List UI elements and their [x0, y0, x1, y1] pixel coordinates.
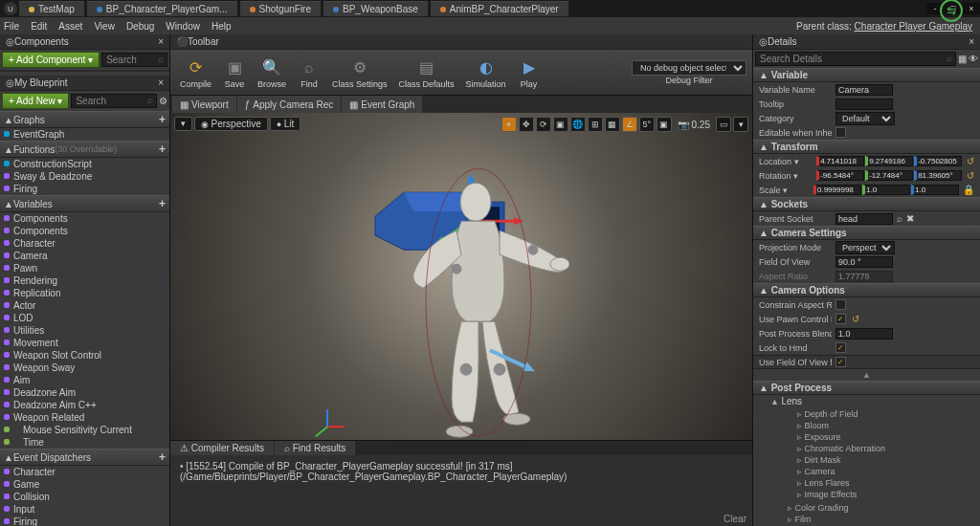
menu-file[interactable]: File: [4, 21, 19, 32]
add-variable-icon[interactable]: +: [159, 197, 166, 210]
menu-debug[interactable]: Debug: [126, 21, 154, 32]
expand-icon[interactable]: ▲: [753, 369, 980, 381]
add-component-button[interactable]: + Add Component ▾: [2, 52, 100, 68]
tab-find-results[interactable]: ⌕ Find Results: [275, 441, 355, 455]
titlebar-tab[interactable]: BP_WeaponBase: [323, 1, 428, 16]
menu-help[interactable]: Help: [212, 21, 232, 32]
toolbar-simulation-button[interactable]: ◐Simulation: [462, 55, 510, 91]
component-root[interactable]: BP_Character_PlayerGameplay(self): [0, 70, 169, 72]
eye-icon[interactable]: 👁: [969, 54, 978, 64]
loc-y-input[interactable]: 9.2749186: [865, 156, 913, 166]
projection-select[interactable]: Perspective: [835, 241, 895, 254]
menu-view[interactable]: View: [94, 21, 115, 32]
post-category[interactable]: ▹ Film: [770, 514, 976, 525]
gear-icon[interactable]: ⚙: [159, 96, 167, 106]
clear-button[interactable]: Clear: [170, 512, 752, 526]
parent-socket-input[interactable]: [835, 213, 893, 225]
tab-viewport[interactable]: ▦ Viewport: [172, 96, 236, 113]
lock-scale-icon[interactable]: 🔒: [963, 185, 974, 195]
menu-window[interactable]: Window: [166, 21, 200, 32]
rot-x-input[interactable]: -96.5484°: [816, 170, 864, 181]
loc-x-input[interactable]: 4.7141018: [816, 156, 864, 166]
variable-category[interactable]: Actor: [0, 299, 169, 312]
post-item[interactable]: ▹ Image Effects: [770, 489, 976, 500]
function-item[interactable]: Firing: [0, 183, 169, 195]
category-dispatchers[interactable]: ▲Event Dispatchers+: [0, 449, 169, 466]
cat-camera-settings[interactable]: ▲ Camera Settings: [753, 226, 980, 240]
toolbar-play-button[interactable]: ▶Play: [514, 55, 545, 91]
camera-speed[interactable]: 📷 0.25: [674, 119, 714, 131]
search-details-input[interactable]: Search Details: [755, 52, 956, 66]
add-graph-icon[interactable]: +: [159, 113, 166, 126]
search-socket-icon[interactable]: ⌕: [897, 213, 902, 224]
viewport-perspective-button[interactable]: ◉ Perspective: [194, 117, 268, 131]
matrix-view-icon[interactable]: ▦: [958, 54, 967, 64]
angle-value[interactable]: 5°: [639, 117, 655, 132]
fov-input[interactable]: [835, 256, 893, 268]
dispatcher-item[interactable]: Game: [0, 478, 169, 491]
fov-lod-checkbox[interactable]: [835, 357, 846, 367]
variable-category[interactable]: Replication: [0, 287, 169, 299]
menu-edit[interactable]: Edit: [31, 21, 47, 32]
variable-name-input[interactable]: [835, 84, 893, 96]
close-icon[interactable]: ×: [969, 36, 974, 47]
variable-category[interactable]: Deadzone Aim C++: [0, 399, 169, 411]
tab-event-graph[interactable]: ▦ Event Graph: [342, 96, 422, 113]
post-item[interactable]: ▹ Lens Flares: [770, 477, 976, 489]
post-item[interactable]: ▹ Depth of Field: [770, 408, 976, 420]
function-item[interactable]: Sway & Deadzone: [0, 170, 169, 183]
tooltip-input[interactable]: [835, 99, 893, 110]
category-variables[interactable]: ▲Variables+: [0, 195, 169, 212]
tab-apply-camera[interactable]: ƒ Apply Camera Rec: [237, 96, 341, 113]
post-category[interactable]: ▹ Color Grading: [770, 502, 976, 514]
titlebar-tab[interactable]: AnimBP_CharacterPlayer: [431, 1, 568, 16]
dispatcher-item[interactable]: Input: [0, 503, 169, 515]
graph-item[interactable]: EventGraph: [0, 128, 169, 141]
viewport-lit-button[interactable]: ● Lit: [270, 117, 301, 131]
add-function-icon[interactable]: +: [159, 142, 166, 156]
lock-hmd-checkbox[interactable]: [835, 342, 846, 353]
rot-z-input[interactable]: 81.39605°: [914, 170, 962, 181]
variable-category[interactable]: Weapon Slot Control: [0, 349, 169, 362]
category-functions[interactable]: ▲Functions (30 Overridable)+: [0, 141, 169, 158]
dispatcher-item[interactable]: Character: [0, 466, 169, 478]
variable-category[interactable]: Weapon Related: [0, 411, 169, 424]
cat-variable[interactable]: ▲ Variable: [753, 68, 980, 82]
post-item[interactable]: ▹ Dirt Mask: [770, 454, 976, 466]
variable-item[interactable]: Time: [0, 436, 169, 449]
scale-y-input[interactable]: 1.0: [862, 185, 910, 195]
variable-category[interactable]: Weapon Sway: [0, 362, 169, 374]
variable-category[interactable]: Camera: [0, 250, 169, 262]
viewport-menu-icon[interactable]: ▾: [174, 117, 192, 131]
toolbar-browse-button[interactable]: 🔍Browse: [254, 55, 290, 91]
titlebar-tab[interactable]: ShotgunFire: [240, 1, 321, 16]
close-icon[interactable]: ×: [158, 77, 164, 88]
post-item[interactable]: ▹ Camera: [770, 466, 976, 477]
variable-category[interactable]: Utilities: [0, 324, 169, 337]
titlebar-tab[interactable]: TestMap: [19, 1, 84, 16]
loc-z-input[interactable]: -0.7502805: [914, 156, 962, 166]
reset-icon[interactable]: ↺: [966, 170, 974, 182]
post-item[interactable]: ▹ Chromatic Aberration: [770, 443, 976, 454]
dispatcher-item[interactable]: Firing: [0, 515, 169, 526]
variable-category[interactable]: Character: [0, 237, 169, 250]
viewport-3d[interactable]: ▾ ◉ Perspective ● Lit ⌖ ✥ ⟳ ▣ 🌐 ⊞ ▦ ∠ 5°…: [170, 113, 752, 440]
post-lens[interactable]: ▲ Lens: [753, 395, 980, 407]
pawn-rotation-checkbox[interactable]: [835, 314, 846, 324]
clear-socket-icon[interactable]: ✖: [906, 213, 914, 224]
scale-snap-icon[interactable]: ▣: [657, 117, 672, 132]
parent-class-link[interactable]: Character Player Gameplay: [855, 21, 972, 32]
window-close-icon[interactable]: ×: [963, 3, 980, 14]
variable-category[interactable]: Pawn: [0, 262, 169, 274]
menu-asset[interactable]: Asset: [58, 21, 82, 32]
add-dispatcher-icon[interactable]: +: [159, 450, 166, 464]
close-icon[interactable]: ×: [158, 36, 164, 47]
toolbar-compile-button[interactable]: ⟳Compile: [176, 55, 215, 91]
cat-transform[interactable]: ▲ Transform: [753, 140, 980, 154]
titlebar-tab[interactable]: BP_Character_PlayerGam...: [87, 1, 237, 16]
variable-item[interactable]: Mouse Sensitivity Current: [0, 424, 169, 436]
search-myblueprint-input[interactable]: Search: [71, 94, 157, 108]
toolbar-find-button[interactable]: ⌕Find: [294, 55, 324, 91]
angle-snap-icon[interactable]: ∠: [622, 117, 637, 132]
cat-sockets[interactable]: ▲ Sockets: [753, 197, 980, 211]
